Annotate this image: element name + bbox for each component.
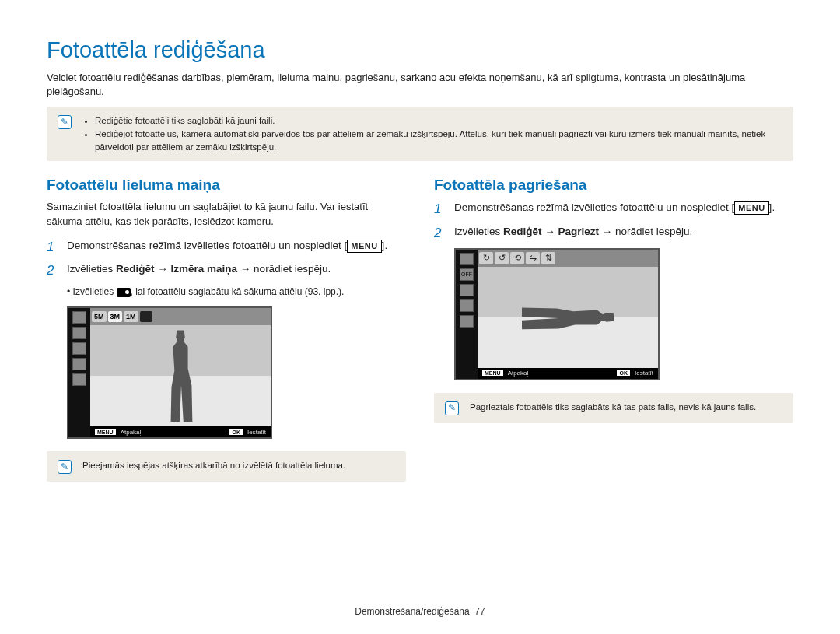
size-chip: 1M [124, 311, 138, 322]
resize-sub-bullet: Izvēlieties , lai fotoattēlu saglabātu k… [67, 285, 406, 299]
page-intro: Veiciet fotoattēlu rediģēšanas darbības,… [47, 71, 793, 99]
top-note-bullet: Rediģējot fotoattēlus, kamera automātisk… [95, 128, 782, 153]
col-resize: Fotoattēlu lieluma maiņa Samaziniet foto… [47, 177, 406, 497]
flip-h-icon: ⇋ [526, 252, 540, 264]
lcd-side-icon [460, 253, 474, 265]
note-icon: ✎ [58, 115, 72, 129]
person-silhouette-icon [162, 330, 199, 422]
size-chip-selected: 3M [108, 311, 123, 322]
lcd-menu-btn: MENU [482, 370, 503, 376]
menu-button-label: MENU [347, 240, 381, 253]
lcd-side-icon [72, 311, 86, 324]
lcd-side-icon: OFF [460, 268, 474, 281]
size-chip-icon [140, 311, 152, 322]
lcd-side-icon [72, 327, 86, 339]
lcd-ok-btn: OK [617, 370, 630, 376]
rotate-step1: Demonstrēšanas režīmā izvēlieties fotoat… [454, 200, 775, 219]
page-title: Fotoattēla rediģēšana [47, 37, 793, 63]
page-footer: Demonstrēšana/rediģēšana 77 [0, 606, 840, 617]
resize-step2: Izvēlieties Rediģēt → Izmēra maiņa → nor… [67, 261, 331, 281]
lcd-side-icon [460, 284, 474, 296]
resize-heading: Fotoattēlu lieluma maiņa [47, 177, 406, 194]
rotate-heading: Fotoattēla pagriešana [434, 177, 793, 194]
resize-intro: Samaziniet fotoattēla lielumu un saglabā… [47, 200, 406, 228]
rotate-left-icon: ↺ [495, 252, 509, 264]
lcd-side-icon [72, 358, 86, 370]
lcd-side-icon [460, 315, 474, 328]
lcd-ok-btn: OK [229, 429, 243, 435]
menu-button-label: MENU [734, 201, 768, 215]
resize-bottom-note: ✎ Pieejamās iespējas atšķiras atkarībā n… [47, 451, 406, 482]
top-note-bullet: Rediģētie fotoattēli tiks saglabāti kā j… [95, 114, 782, 128]
lcd-rotate: OFF ↻ ↺ ⟲ ⇋ ⇅ Pa labi 90° MENU Atpakaļ [454, 248, 660, 380]
size-chip: 5M [92, 311, 107, 322]
lcd-side-icon [460, 299, 474, 312]
lcd-set: Iestatīt [635, 370, 653, 377]
col-rotate: Fotoattēla pagriešana 1 Demonstrēšanas r… [434, 177, 793, 497]
rotate-right-icon: ↻ [479, 252, 493, 264]
lcd-resize: 5M 3M 1M 1984 X 1488 MENU Atpakaļ OK Ies… [67, 306, 272, 439]
step-number: 2 [47, 261, 59, 281]
person-silhouette-rotated-icon [522, 299, 614, 336]
lcd-side-icon [72, 373, 86, 386]
lcd-back: Atpakaļ [508, 370, 529, 377]
lcd-side-icon [72, 342, 86, 355]
lcd-set: Iestatīt [247, 429, 266, 436]
rotate-step2: Izvēlieties Rediģēt → Pagriezt → norādie… [454, 224, 692, 243]
lcd-menu-btn: MENU [95, 429, 116, 435]
lcd-back: Atpakaļ [121, 429, 142, 436]
rotate-bottom-note: ✎ Pagrieztais fotoattēls tiks saglabāts … [434, 393, 793, 423]
resize-step1: Demonstrēšanas režīmā izvēlieties fotoat… [67, 238, 387, 257]
step-number: 2 [434, 224, 446, 243]
note-icon: ✎ [445, 401, 459, 415]
flip-v-icon: ⇅ [541, 252, 555, 264]
step-number: 1 [47, 238, 59, 257]
top-note-box: ✎ Rediģētie fotoattēli tiks saglabāti kā… [47, 107, 793, 161]
step-number: 1 [434, 200, 446, 219]
note-icon: ✎ [58, 460, 72, 474]
rotate-180-icon: ⟲ [510, 252, 524, 264]
start-image-icon [117, 288, 131, 297]
